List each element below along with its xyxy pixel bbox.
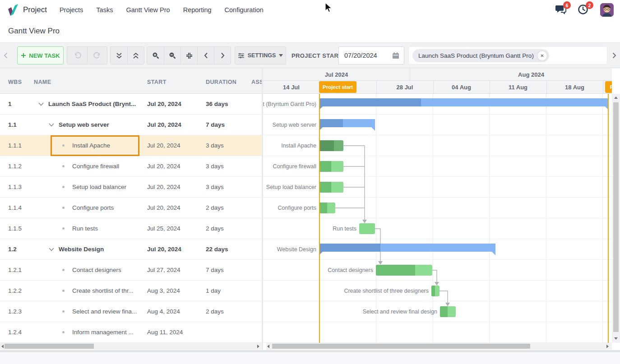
undo-button[interactable] [67,47,87,64]
settings-button[interactable]: SETTINGS [235,46,286,65]
grid-line [489,94,490,343]
gantt-task-bar[interactable] [359,223,375,234]
start-cell: Jul 20, 2024 [140,184,203,190]
bar-progress [440,306,448,317]
gantt-task-bar[interactable] [431,286,440,296]
collapse-chevron-icon[interactable] [49,248,59,251]
logo-checkmark-icon [6,3,19,17]
zoom-out-button[interactable] [164,47,180,64]
bar-label: Website Design [277,246,316,253]
table-row[interactable]: 1.2.2 Create shortlist of thr... Aug 3, … [0,281,262,301]
task-name: Contact designers [72,267,121,273]
month-cell: Jul 2024 [263,68,410,81]
wbs-cell: 1.2.1 [0,267,34,273]
zoom-in-button[interactable] [147,47,164,64]
scroll-left-arrow-icon[interactable] [267,345,269,348]
notifications-button[interactable]: 2 [578,4,589,16]
new-task-button[interactable]: NEW TASK [17,46,64,65]
gantt-task-bar[interactable] [440,306,456,317]
col-header-start[interactable]: START [147,79,167,85]
duration-cell: 3 days [203,142,251,149]
project-start-line [319,94,320,343]
collapse-chevron-icon[interactable] [49,123,59,127]
zoom-group [147,46,231,65]
bar-label: Install Apache [281,143,316,149]
scroll-down-arrow-icon[interactable] [614,337,618,340]
gantt-parent-bar[interactable] [319,244,495,252]
zoom-in-icon [152,52,159,59]
redo-button[interactable] [87,47,107,64]
shift-next-button[interactable] [214,47,231,64]
table-row[interactable]: 1.2.1 Contact designers Jul 27, 2024 7 d… [0,260,262,281]
user-avatar[interactable] [600,3,614,17]
table-row[interactable]: 1.1 Setup web server Jul 20, 2024 7 days [0,115,262,135]
wbs-cell: 1 [0,101,34,107]
table-row[interactable]: 1 Launch SaaS Product (Brynt... Jul 20, … [0,94,262,115]
col-header-duration[interactable]: DURATION [206,79,236,85]
toolbar-scroll-right-button[interactable] [612,46,616,65]
toolbar-scroll-left-button[interactable] [4,46,8,65]
nav-menu: Projects Tasks Gantt View Pro Reporting … [60,6,264,14]
gantt-task-bar[interactable] [319,203,335,213]
nav-item-reporting[interactable]: Reporting [183,6,212,14]
chart-vertical-scrollbar[interactable] [612,94,620,343]
chip-remove-button[interactable]: ✕ [537,51,547,60]
table-row[interactable]: 1.1.4 Configure ports Jul 20, 2024 2 day… [0,198,262,218]
grid-line [433,94,433,343]
table-row[interactable]: 1.2.3 Select and review fina... Aug 4, 2… [0,301,262,322]
highlight-task-filter-input[interactable]: Launch SaaS Product (Bryntum Gantt Pro) … [408,46,607,65]
chart-horizontal-scrollbar[interactable] [266,343,612,350]
table-row[interactable]: 1.1.5 Run tests Jul 25, 2024 2 days [0,218,262,239]
gantt-task-bar[interactable] [376,265,432,276]
nav-item-configuration[interactable]: Configuration [225,6,264,14]
collapse-chevron-icon[interactable] [38,102,48,106]
table-row[interactable]: 1.2 Website Design Jul 20, 2024 22 days [0,239,262,260]
scroll-right-arrow-icon[interactable] [257,345,259,348]
task-name: Setup load balancer [72,184,126,190]
redo-icon [93,52,101,59]
vertical-scroll-thumb[interactable] [613,102,619,332]
scroll-up-arrow-icon[interactable] [614,97,618,99]
parent-wing [371,127,375,131]
expand-all-button[interactable] [111,47,127,64]
table-row[interactable]: 1.1.3 Setup load balancer Jul 20, 2024 3… [0,177,262,198]
start-cell: Jul 20, 2024 [140,142,203,149]
chart-scroll-thumb[interactable] [272,344,530,349]
shift-previous-button[interactable] [197,47,214,64]
nav-item-gantt-view-pro[interactable]: Gantt View Pro [126,6,170,14]
app-logo[interactable]: Project [6,3,47,17]
duration-cell: 2 days [203,308,251,315]
bar-label: Select and review final design [363,309,437,315]
col-header-assigned[interactable]: ASS [251,79,262,85]
gantt-task-bar[interactable] [319,182,343,193]
collapse-all-button[interactable] [127,47,144,64]
duration-cell: 36 days [203,101,251,107]
project-start-date-input[interactable]: 07/20/2024 [338,46,404,65]
table-row[interactable]: 1.2.4 Inform management ... Aug 11, 2024 [0,322,262,343]
start-cell: Aug 11, 2024 [140,329,203,336]
gantt-parent-bar[interactable] [319,98,609,106]
nav-item-tasks[interactable]: Tasks [96,6,113,14]
gantt-task-bar-selected[interactable] [319,140,343,151]
grid-scroll-thumb[interactable] [5,344,94,349]
start-cell: Aug 3, 2024 [140,287,203,294]
messages-button[interactable]: 6 [555,4,567,16]
nav-item-projects[interactable]: Projects [60,6,83,14]
zoom-to-fit-button[interactable] [180,47,197,64]
scroll-left-arrow-icon[interactable] [1,345,4,348]
col-header-name[interactable]: NAME [34,79,51,85]
calendar-icon[interactable] [392,52,399,59]
chevron-left-icon [4,52,8,59]
gantt-parent-bar[interactable] [319,119,375,127]
scroll-right-arrow-icon[interactable] [606,345,609,348]
duration-cell: 22 days [203,246,251,253]
start-cell: Jul 20, 2024 [140,101,203,107]
grid-horizontal-scrollbar[interactable] [0,343,262,350]
gantt-task-bar[interactable] [319,161,343,172]
week-cell: 04 Aug [433,81,490,93]
messages-badge: 6 [563,1,571,9]
table-row[interactable]: 1.1.2 Configure firewall Jul 20, 2024 3 … [0,156,262,177]
col-header-wbs[interactable]: WBS [8,79,22,85]
task-name: Inform management ... [72,329,134,336]
table-row-selected[interactable]: 1.1.1 Install Apache Jul 20, 2024 3 days [0,135,262,156]
